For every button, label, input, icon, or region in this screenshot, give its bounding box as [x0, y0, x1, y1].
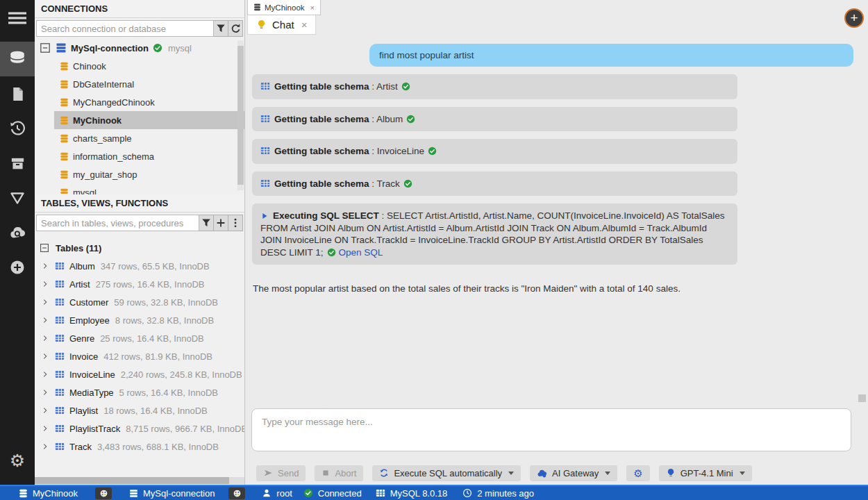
connections-refresh-button[interactable]	[228, 20, 243, 37]
database-node[interactable]: MyChangedChinook	[54, 93, 244, 111]
chevron-right-icon[interactable]	[41, 262, 49, 270]
tables-horizontal-scrollbar[interactable]	[35, 477, 244, 484]
table-row[interactable]: Invoice 412 rows, 81.9 KB, InnoDB	[35, 347, 244, 365]
database-icon	[60, 188, 69, 195]
ai-settings-button[interactable]: ⚙	[626, 465, 649, 481]
chevron-right-icon[interactable]	[41, 370, 49, 378]
table-meta: 8 rows, 32.8 KB, InnoDB	[115, 315, 214, 326]
sidebar-item-query-designer[interactable]	[0, 181, 35, 215]
database-node[interactable]: information_schema	[54, 147, 244, 165]
abort-label: Abort	[335, 468, 356, 478]
database-label: mysql	[73, 188, 97, 195]
chevron-right-icon[interactable]	[41, 352, 49, 360]
open-sql-link[interactable]: Open SQL	[339, 247, 383, 258]
chevron-right-icon[interactable]	[41, 442, 49, 451]
sidebar-item-cloud-search[interactable]	[0, 215, 35, 250]
main-menu-button[interactable]	[0, 0, 35, 36]
user-message-bubble: find most popular artist	[369, 44, 853, 67]
lightbulb-icon	[666, 468, 676, 478]
expand-play-icon[interactable]	[260, 212, 269, 220]
connection-node[interactable]: MySql-connection mysql	[35, 39, 244, 57]
table-row[interactable]: Genre 25 rows, 16.4 KB, InnoDB	[35, 329, 244, 347]
database-node[interactable]: my_guitar_shop	[54, 165, 244, 183]
chevron-right-icon[interactable]	[41, 406, 49, 415]
database-node[interactable]: charts_sample	[54, 129, 244, 147]
connections-filter-button[interactable]	[214, 20, 228, 37]
chat-scrollbar-thumb[interactable]	[858, 394, 866, 402]
status-connected-label: Connected	[318, 488, 362, 499]
status-user: root	[262, 488, 292, 499]
table-row[interactable]: Playlist 18 rows, 16.4 KB, InnoDB	[35, 401, 244, 419]
connection-color-button[interactable]	[228, 488, 245, 499]
plus-icon: +	[850, 11, 858, 24]
tables-group-row[interactable]: Tables (11)	[35, 239, 244, 257]
chevron-right-icon[interactable]	[41, 388, 49, 397]
step-title: Getting table schema	[274, 178, 369, 189]
palette-icon	[233, 489, 242, 498]
database-node[interactable]: Chinook	[54, 57, 244, 75]
table-meta: 5 rows, 16.4 KB, InnoDB	[119, 388, 218, 398]
database-icon	[253, 3, 261, 11]
message-input[interactable]	[252, 409, 851, 451]
server-icon	[129, 489, 138, 498]
plus-icon	[215, 217, 226, 228]
chevron-right-icon[interactable]	[41, 298, 49, 306]
send-button[interactable]: Send	[256, 465, 306, 481]
table-row[interactable]: Employee 8 rows, 32.8 KB, InnoDB	[35, 311, 244, 329]
table-row[interactable]: Track 3,483 rows, 688.1 KB, InnoDB	[35, 438, 244, 456]
tables-menu-button[interactable]	[228, 215, 243, 231]
chevron-right-icon[interactable]	[41, 280, 49, 288]
triangle-down-icon	[9, 190, 26, 206]
table-row[interactable]: InvoiceLine 2,240 rows, 245.8 KB, InnoDB	[35, 365, 244, 383]
sidebar-item-add-connection[interactable]	[0, 250, 35, 285]
sql-step-card[interactable]: Executing SQL SELECT : SELECT Artist.Art…	[252, 203, 737, 265]
settings-button[interactable]: ⚙	[0, 443, 35, 478]
connections-scrollbar[interactable]	[237, 40, 244, 190]
table-icon	[55, 406, 65, 415]
scrollbar-thumb[interactable]	[35, 477, 229, 484]
status-connection[interactable]: MySql-connection	[129, 488, 215, 499]
chevron-right-icon[interactable]	[41, 334, 49, 342]
table-row[interactable]: PlaylistTrack 8,715 rows, 966.7 KB, Inno…	[35, 419, 244, 438]
table-row[interactable]: MediaType 5 rows, 16.4 KB, InnoDB	[35, 383, 244, 401]
database-node[interactable]: DbGateInternal	[54, 75, 244, 93]
table-row[interactable]: Customer 59 rows, 32.8 KB, InnoDB	[35, 293, 244, 311]
collapse-icon[interactable]	[40, 42, 51, 53]
table-row[interactable]: Artist 275 rows, 16.4 KB, InnoDB	[35, 275, 244, 293]
close-icon[interactable]: ×	[310, 3, 315, 12]
sidebar-item-database[interactable]	[0, 42, 35, 76]
table-meta: 18 rows, 16.4 KB, InnoDB	[103, 406, 208, 416]
chevron-right-icon[interactable]	[41, 316, 49, 324]
sidebar-item-history[interactable]	[0, 111, 35, 146]
add-tab-button[interactable]: +	[844, 8, 864, 28]
connections-search-row	[36, 20, 243, 37]
abort-button[interactable]: Abort	[315, 465, 363, 481]
database-label: MyChinook	[73, 115, 122, 126]
model-dropdown[interactable]: GPT-4.1 Mini	[659, 465, 752, 481]
chevron-right-icon[interactable]	[41, 424, 49, 433]
database-color-button[interactable]	[95, 488, 112, 499]
tables-filter-button[interactable]	[199, 215, 214, 231]
collapse-icon[interactable]	[40, 243, 49, 253]
tables-tree: Tables (11) Album 347 rows, 65.5 KB, Inn…	[35, 233, 244, 483]
ai-gateway-dropdown[interactable]: AI Gateway	[530, 465, 617, 481]
database-label: information_schema	[73, 151, 154, 162]
tab-mychinook[interactable]: MyChinook ×	[247, 0, 321, 15]
execute-sql-automatically-dropdown[interactable]: Execute SQL automatically	[372, 465, 521, 481]
close-icon[interactable]: ×	[301, 19, 308, 31]
tables-add-button[interactable]	[214, 215, 228, 231]
sidebar-item-files[interactable]	[0, 76, 35, 111]
table-row[interactable]: Album 347 rows, 65.5 KB, InnoDB	[35, 257, 244, 275]
table-name: Album	[69, 261, 95, 272]
scrollbar-thumb[interactable]	[237, 46, 244, 185]
tables-search-input[interactable]	[36, 215, 199, 231]
status-database[interactable]: MyChinook	[19, 488, 78, 499]
sidebar-item-archive[interactable]	[0, 146, 35, 181]
success-check-icon	[403, 179, 412, 188]
connections-search-input[interactable]	[36, 20, 214, 37]
status-bar: MyChinook MySql-connection root Connecte…	[0, 485, 868, 500]
database-node[interactable]: mysql	[54, 183, 244, 194]
connection-label: MySql-connection	[71, 43, 149, 53]
tab-chat[interactable]: Chat ×	[247, 15, 316, 35]
database-node-selected[interactable]: MyChinook	[54, 111, 244, 129]
